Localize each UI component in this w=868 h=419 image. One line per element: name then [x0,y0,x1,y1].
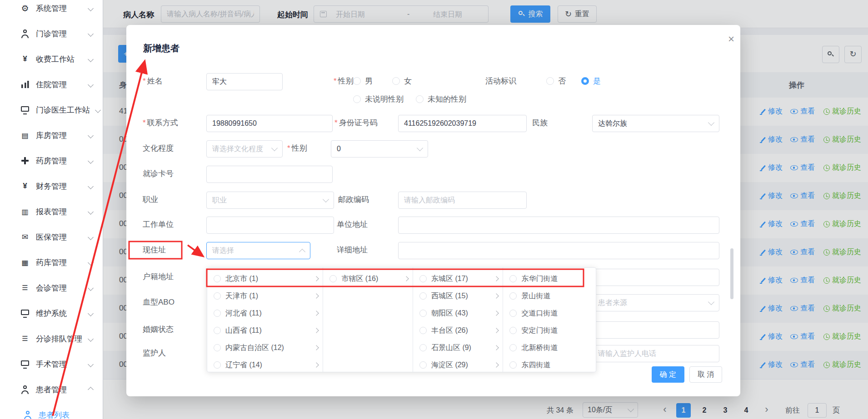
chevron-down-icon [88,158,94,164]
visit-card-input[interactable] [206,166,333,183]
cascader-option[interactable]: 内蒙古自治区 (12) [207,339,323,356]
guardian-phone-input[interactable] [592,345,719,362]
radio-icon [419,310,427,317]
cascader-option[interactable]: 景山街道 [503,287,596,305]
cascader-dropdown: 北京市 (1) 天津市 (1) 河北省 (11) 山西省 (11) 内蒙古自治区… [207,267,596,372]
sidebar-item-inpatient[interactable]: 住院管理 [0,72,103,97]
sidebar-item-patient[interactable]: 患者管理 [0,377,103,402]
patient-source-select[interactable]: 患者来源 [592,294,719,311]
occupation-select[interactable]: 职业 [206,192,334,209]
postal-code-input[interactable] [398,192,527,209]
radio-icon [353,95,361,103]
id-number-input[interactable] [398,115,527,132]
user-icon [20,29,30,39]
sidebar-item-maintenance[interactable]: 维护系统 [0,301,103,326]
radio-icon [329,275,337,282]
guardian-label: 监护人 [143,349,166,358]
radio-icon [214,327,221,334]
chevron-down-icon [95,107,101,113]
user-icon [23,410,33,419]
chevron-down-icon [88,285,94,291]
cascader-option[interactable]: 海淀区 (29) [413,356,503,372]
unit-address-input[interactable] [398,217,719,234]
gender-select[interactable]: 0 [331,140,428,158]
monitor-icon [20,359,30,369]
gender-unknown-radio[interactable]: 未知的性别 [416,94,466,104]
cascader-option[interactable]: 交道口街道 [503,305,596,322]
cascader-option[interactable]: 东四街道 [503,356,596,372]
radio-icon [214,275,221,282]
gear-icon [20,3,30,13]
sidebar-item-drug-storage[interactable]: 药库管理 [0,250,103,275]
sidebar-item-outpatient-doctor-station[interactable]: 门诊医生工作站 [0,97,103,123]
list-icon [20,334,30,344]
sidebar-item-triage-queue[interactable]: 分诊排队管理 [0,326,103,351]
cascader-option[interactable]: 市辖区 (16) [323,270,413,287]
chevron-down-icon [88,234,94,240]
cancel-button[interactable]: 取 消 [689,366,722,383]
sidebar-item-medical-insurance[interactable]: 医保管理 [0,224,103,250]
work-unit-input[interactable] [206,217,334,234]
yen-icon [20,54,30,64]
cascader-option[interactable]: 东华门街道 [503,270,596,287]
ethnicity-select[interactable]: 达斡尔族 [592,115,719,132]
cascader-option[interactable]: 河北省 (11) [207,305,323,322]
cascader-option[interactable]: 东城区 (17) [413,270,503,287]
contact-input[interactable] [206,115,333,132]
gender-male-radio[interactable]: 男 [353,76,373,86]
sidebar-item-finance[interactable]: 财务管理 [0,173,103,199]
household-address-extra-input[interactable] [592,269,719,286]
radio-icon [214,344,221,351]
sidebar-item-pharmacy[interactable]: 药房管理 [0,148,103,173]
confirm-button[interactable]: 确 定 [652,366,684,383]
education-select[interactable]: 请选择文化程度 [206,140,283,158]
detail-address-input[interactable] [398,242,719,259]
chevron-right-icon [314,362,319,367]
cascader-option[interactable]: 山西省 (11) [207,322,323,339]
education-label: 文化程度 [143,144,174,153]
cascader-option[interactable]: 北京市 (1) [207,270,323,287]
cascader-option[interactable]: 石景山区 (9) [413,339,503,356]
envelope-icon [20,232,30,242]
chevron-down-icon [88,361,94,367]
chevron-right-icon [314,276,319,281]
radio-icon [214,361,221,369]
chevron-down-icon [417,145,423,151]
sidebar-item-charging-station[interactable]: 收费工作站 [0,46,103,72]
sidebar-item-reports[interactable]: 报表管理 [0,199,103,224]
chevron-right-icon [404,276,409,281]
chevron-down-icon [88,82,94,88]
sidebar-item-outpatient[interactable]: 门诊管理 [0,21,103,46]
cascader-option[interactable]: 天津市 (1) [207,287,323,305]
cascader-option[interactable]: 北新桥街道 [503,339,596,356]
gender-unspecified-radio[interactable]: 未说明性别 [353,94,404,104]
id-number-label: *身份证号码 [334,118,378,128]
cascader-city-column: 市辖区 (16) [323,268,413,372]
gender-female-radio[interactable]: 女 [392,76,412,86]
cascader-option[interactable]: 辽宁省 (14) [207,356,323,372]
sidebar-item-system[interactable]: 系统管理 [0,0,103,21]
postal-code-label: 邮政编码 [338,195,369,204]
marital-status-extra-input[interactable] [592,321,719,339]
current-address-cascader[interactable]: 请选择 [206,242,310,259]
active-flag-no-radio[interactable]: 否 [546,76,566,86]
close-icon[interactable] [724,32,738,46]
sidebar-item-warehouse[interactable]: 库房管理 [0,123,103,148]
sidebar-item-patient-list[interactable]: 患者列表 [0,402,103,419]
radio-icon [509,275,517,282]
radio-icon [419,275,427,282]
sidebar-item-surgery[interactable]: 手术管理 [0,351,103,377]
name-input[interactable] [206,73,283,90]
cascader-option[interactable]: 西城区 (15) [413,287,503,305]
modal-scrollbar[interactable] [730,248,733,299]
radio-icon [546,77,554,85]
chevron-right-icon [494,328,499,333]
chevron-right-icon [494,293,499,298]
detail-address-label: 详细地址 [337,246,368,255]
sidebar-item-consultation[interactable]: 会诊管理 [0,275,103,301]
active-flag-yes-radio[interactable]: 是 [581,76,601,86]
cascader-option[interactable]: 安定门街道 [503,322,596,339]
cascader-option[interactable]: 丰台区 (26) [413,322,503,339]
cascader-option[interactable]: 朝阳区 (43) [413,305,503,322]
gender-select-label: *性别 [287,144,307,153]
